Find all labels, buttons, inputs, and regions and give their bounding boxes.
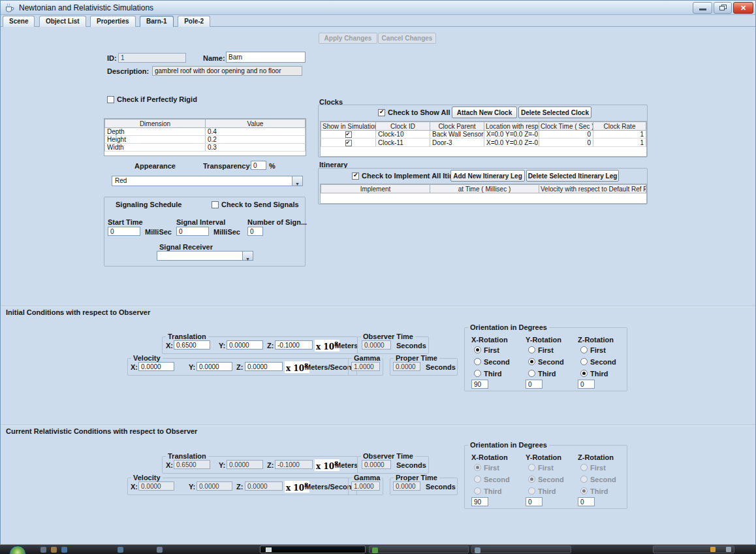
java-cup-icon bbox=[4, 3, 14, 13]
dimension-name[interactable]: Height bbox=[105, 136, 206, 144]
clock-id-cell[interactable]: Clock-10 bbox=[376, 131, 430, 138]
name-field[interactable] bbox=[226, 52, 306, 63]
attach-new-clock-button[interactable]: Attach New Clock bbox=[452, 106, 517, 118]
clocks-col-id[interactable]: Clock ID bbox=[376, 122, 430, 131]
x-rotation-third-radio[interactable] bbox=[474, 370, 481, 377]
delete-selected-clock-button[interactable]: Delete Selected Clock bbox=[518, 106, 591, 118]
dimension-name[interactable]: Width bbox=[105, 144, 206, 152]
table-row[interactable]: Depth 0.4 bbox=[105, 128, 306, 136]
initial-velocity-y-field[interactable] bbox=[197, 362, 232, 371]
titlebar[interactable]: Newtonian and Relativistic Simulations ✕ bbox=[1, 1, 755, 15]
x-rotation-first-radio[interactable] bbox=[474, 346, 481, 353]
implement-itineraries-checkbox[interactable] bbox=[352, 172, 359, 180]
initial-translation-y-field[interactable] bbox=[227, 340, 263, 350]
apply-changes-button[interactable]: Apply Changes bbox=[319, 33, 377, 44]
quick-launch-icon[interactable] bbox=[157, 547, 163, 553]
clocks-col-time[interactable]: Clock Time ( Sec ) bbox=[539, 122, 593, 131]
clock-time-cell[interactable]: 0 bbox=[539, 131, 593, 138]
clock-parent-cell[interactable]: Door-3 bbox=[430, 138, 484, 146]
dimension-name[interactable]: Depth bbox=[105, 128, 206, 136]
y-rotation-degrees-field[interactable] bbox=[526, 380, 543, 389]
initial-translation-z-field[interactable] bbox=[275, 340, 313, 350]
taskbar-window-button[interactable] bbox=[471, 546, 571, 553]
table-row[interactable]: Width 0.3 bbox=[105, 144, 306, 152]
show-in-simulation-checkbox[interactable] bbox=[345, 140, 352, 146]
tab-scene[interactable]: Scene bbox=[3, 16, 35, 27]
signal-receiver-combobox[interactable]: ▼ bbox=[157, 251, 253, 261]
dropdown-arrow-icon[interactable]: ▼ bbox=[292, 176, 302, 186]
clocks-col-rate[interactable]: Clock Rate bbox=[593, 122, 646, 131]
signal-count-field[interactable] bbox=[247, 227, 263, 236]
clock-location-cell[interactable]: X=0.0 Y=0.0 Z=-0... bbox=[484, 131, 539, 138]
dimensions-col-dimension[interactable]: Dimension bbox=[105, 120, 206, 128]
dropdown-arrow-icon[interactable]: ▼ bbox=[242, 252, 253, 260]
taskbar-window-button[interactable] bbox=[369, 546, 469, 553]
z-rotation-first-radio[interactable] bbox=[580, 346, 588, 353]
itinerary-col-velocity[interactable]: Velocity with respect to Default Ref Fra… bbox=[539, 185, 646, 193]
tab-pole-2[interactable]: Pole-2 bbox=[178, 16, 210, 27]
tray-icon[interactable] bbox=[710, 547, 716, 552]
show-in-simulation-checkbox[interactable] bbox=[345, 131, 352, 138]
tab-object-list[interactable]: Object List bbox=[39, 16, 86, 27]
initial-translation-x-field[interactable] bbox=[174, 340, 210, 350]
dimension-value[interactable]: 0.4 bbox=[206, 128, 306, 136]
minimize-button[interactable] bbox=[693, 2, 712, 14]
y-rotation-second-radio[interactable] bbox=[528, 358, 535, 365]
initial-velocity-z-field[interactable] bbox=[245, 362, 283, 371]
table-row[interactable]: Height 0.2 bbox=[105, 136, 306, 144]
quick-launch-icon[interactable] bbox=[61, 547, 67, 553]
perfectly-rigid-label: Check if Perfectly Rigid bbox=[117, 95, 197, 103]
initial-velocity-x-field[interactable] bbox=[138, 362, 174, 371]
start-time-field[interactable] bbox=[108, 227, 140, 236]
x-rotation-label: X-Rotation bbox=[471, 453, 508, 461]
clock-time-cell[interactable]: 0 bbox=[539, 138, 593, 146]
z-rotation-second-radio[interactable] bbox=[580, 358, 588, 365]
y-rotation-third-radio[interactable] bbox=[528, 370, 535, 377]
z-rotation-degrees-field[interactable] bbox=[578, 380, 595, 389]
z-rotation-third-radio[interactable] bbox=[580, 370, 588, 377]
dimension-value[interactable]: 0.2 bbox=[206, 136, 306, 144]
taskbar-window-button[interactable] bbox=[653, 546, 734, 553]
cancel-changes-button[interactable]: Cancel Changes bbox=[378, 33, 436, 44]
clock-location-cell[interactable]: X=0.0 Y=0.0 Z=-0... bbox=[484, 138, 539, 146]
clocks-col-parent[interactable]: Clock Parent bbox=[430, 122, 484, 131]
table-row[interactable]: Clock-10 Back Wall Sensor-4 X=0.0 Y=0.0 … bbox=[321, 131, 646, 138]
x-rotation-second-radio[interactable] bbox=[474, 358, 481, 365]
itinerary-col-time[interactable]: at Time ( Millisec ) bbox=[430, 185, 539, 193]
itinerary-col-implement[interactable]: Implement bbox=[321, 185, 430, 193]
dimension-value[interactable]: 0.3 bbox=[206, 144, 306, 152]
tray-icon[interactable] bbox=[726, 547, 731, 552]
taskbar-window-button-active[interactable] bbox=[260, 546, 366, 553]
dimensions-col-value[interactable]: Value bbox=[206, 120, 306, 128]
tab-barn-1[interactable]: Barn-1 bbox=[140, 16, 174, 27]
quick-launch-icon[interactable] bbox=[118, 547, 123, 553]
quick-launch-icon[interactable] bbox=[40, 547, 46, 553]
transparency-field[interactable] bbox=[251, 161, 266, 170]
z-rotation-degrees-field[interactable] bbox=[578, 497, 595, 506]
clock-rate-cell[interactable]: 1 bbox=[593, 138, 646, 146]
clocks-col-show[interactable]: Show in Simulation bbox=[321, 122, 376, 131]
show-all-clocks-checkbox[interactable] bbox=[378, 109, 385, 116]
clock-rate-cell[interactable]: 1 bbox=[593, 131, 646, 138]
clocks-col-location[interactable]: Location with resp... bbox=[484, 122, 539, 131]
perfectly-rigid-checkbox[interactable] bbox=[107, 96, 114, 103]
clock-id-cell[interactable]: Clock-11 bbox=[376, 138, 430, 146]
add-itinerary-leg-button[interactable]: Add New Itinerary Leg bbox=[450, 170, 525, 182]
start-button[interactable] bbox=[9, 546, 26, 554]
clock-parent-cell[interactable]: Back Wall Sensor-4 bbox=[430, 131, 484, 138]
x-rotation-degrees-field[interactable] bbox=[471, 380, 488, 389]
x-rotation-degrees-field[interactable] bbox=[471, 497, 488, 506]
send-signals-checkbox[interactable] bbox=[212, 201, 219, 208]
y-rotation-degrees-field[interactable] bbox=[526, 497, 543, 506]
color-combobox[interactable]: Red ▼ bbox=[112, 176, 303, 186]
table-row[interactable]: Clock-11 Door-3 X=0.0 Y=0.0 Z=-0... 0 1 bbox=[321, 138, 646, 146]
delete-itinerary-leg-button[interactable]: Delete Selected Itinerary Leg bbox=[526, 170, 619, 182]
restore-button[interactable] bbox=[714, 2, 732, 14]
quick-launch-icon[interactable] bbox=[51, 547, 57, 553]
y-rotation-first-radio[interactable] bbox=[528, 346, 535, 353]
radio-label: Second bbox=[484, 476, 510, 483]
tab-properties[interactable]: Properties bbox=[90, 16, 135, 27]
close-button[interactable]: ✕ bbox=[733, 2, 753, 14]
description-field[interactable] bbox=[152, 66, 302, 76]
signal-interval-field[interactable] bbox=[176, 227, 209, 236]
